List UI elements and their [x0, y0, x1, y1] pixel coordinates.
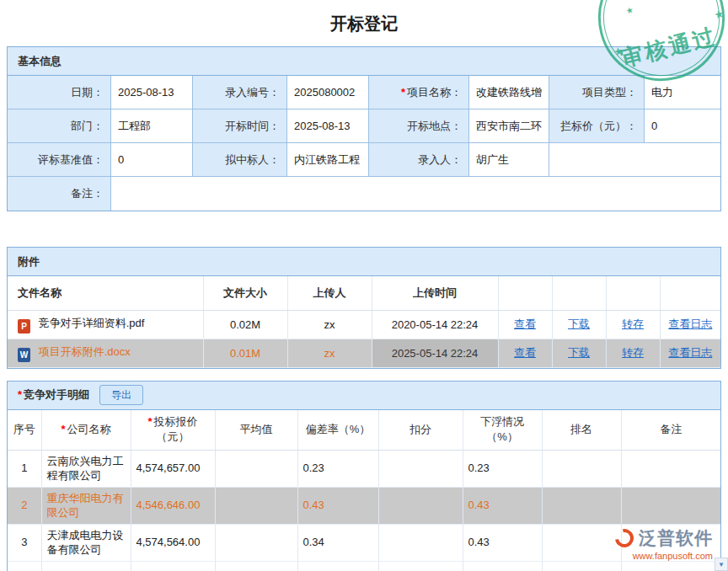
competitor-deviation: 0.43: [297, 488, 378, 525]
competitor-float-down: 0.43: [463, 488, 542, 525]
vendor-brand: 泛普软件: [639, 526, 713, 550]
competitor-remark: [621, 488, 720, 525]
required-asterisk: *: [147, 415, 152, 428]
attachment-file-size: 0.01M: [203, 339, 287, 367]
attachment-file-name[interactable]: 竞争对手详细资料.pdf: [39, 317, 145, 329]
competitor-row-selected[interactable]: 2 重庆华阳电力有限公司 4,546,646.00 0.43 0.43: [8, 488, 720, 525]
proposed-winner-label: 拟中标人：: [192, 143, 286, 177]
competitor-company: 重庆华阳电力有限公司: [41, 488, 131, 525]
view-link[interactable]: 查看: [514, 318, 536, 330]
competitor-average: [215, 488, 297, 525]
view-log-link[interactable]: 查看日志: [668, 318, 712, 330]
col-average: 平均值: [215, 410, 297, 451]
competitor-deduction: [378, 451, 463, 488]
basic-info-header: 基本信息: [8, 47, 720, 76]
view-log-link[interactable]: 查看日志: [668, 346, 712, 359]
attachment-upload-time: 2025-05-14 22:24: [372, 339, 498, 367]
competitor-float-down: 0.23: [463, 451, 542, 488]
competitor-average: [215, 451, 297, 488]
competitor-price: 4,546,646.00: [131, 488, 215, 525]
required-asterisk: *: [401, 86, 405, 99]
competitors-title: *竞争对手明细: [18, 381, 89, 409]
block-price-value: 0: [644, 109, 720, 143]
col-uploader: 上传人: [287, 276, 372, 310]
view-link[interactable]: 查看: [514, 346, 536, 359]
project-type-value: 电力: [644, 76, 720, 109]
eval-base-label: 评标基准值：: [8, 143, 110, 177]
entry-no-value: 2025080002: [286, 76, 368, 109]
vendor-url: www.fanpusoft.com: [615, 551, 713, 561]
col-action-download: [552, 276, 606, 310]
competitors-table: 序号 *公司名称 *投标报价（元） 平均值 偏差率（%） 扣分 下浮情况（%） …: [8, 410, 720, 571]
project-name-label: *项目名称：: [368, 76, 468, 109]
page-title: 开标登记: [0, 0, 728, 46]
competitor-company: 云南欣兴电力工程有限公司: [41, 451, 131, 488]
entry-person-label: 录入人：: [368, 143, 468, 177]
col-rank: 排名: [542, 410, 621, 451]
transfer-link[interactable]: 转存: [622, 318, 644, 330]
attachment-row[interactable]: P 竞争对手详细资料.pdf 0.02M zx 2020-05-14 22:24…: [8, 310, 720, 339]
download-link[interactable]: 下载: [568, 318, 590, 330]
transfer-link[interactable]: 转存: [622, 346, 644, 359]
competitor-seq: 2: [8, 488, 41, 525]
competitor-seq: 3: [8, 525, 41, 562]
col-file-size: 文件大小: [203, 276, 287, 310]
attachments-header: 附件: [8, 248, 720, 276]
col-deviation-rate: 偏差率（%）: [297, 410, 378, 451]
col-company: *公司名称: [41, 410, 131, 451]
competitor-row[interactable]: 1 云南欣兴电力工程有限公司 4,574,657.00 0.23 0.23: [8, 451, 720, 488]
entry-person-value: 胡广生: [468, 143, 549, 177]
entry-no-label: 录入编号：: [192, 76, 286, 109]
scrollbar-down-arrow-icon[interactable]: ▼: [715, 558, 728, 571]
competitor-price: 4,574,564.00: [131, 525, 215, 562]
attachment-file-name[interactable]: 项目开标附件.docx: [39, 345, 131, 358]
competitor-float-down: 0.43: [463, 525, 542, 562]
empty-cell: [549, 143, 720, 177]
competitor-price: 4,574,657.00: [131, 451, 215, 488]
project-type-label: 项目类型：: [549, 76, 644, 109]
block-price-label: 拦标价（元）：: [549, 109, 644, 143]
competitor-company: 天津成电电力设备有限公司: [41, 525, 131, 562]
col-action-log: [660, 276, 720, 310]
competitor-deduction: [378, 488, 463, 525]
competitor-row[interactable]: 3 天津成电电力设备有限公司 4,574,564.00 0.34 0.43: [8, 525, 720, 562]
col-remark: 备注: [621, 410, 720, 451]
required-asterisk: *: [61, 423, 65, 435]
bid-open-time-label: 开标时间：: [192, 109, 286, 143]
competitor-deviation: 0.23: [297, 451, 378, 488]
bid-opening-registration-page: ★ ★ ★ ★ ★ 审核通过 开标登记 基本信息 日期： 2025-08-13 …: [0, 0, 728, 571]
col-file-name: 文件名称: [8, 276, 203, 310]
download-link[interactable]: 下载: [568, 346, 590, 359]
export-button[interactable]: 导出: [99, 385, 143, 405]
attachments-table: 文件名称 文件大小 上传人 上传时间 P 竞争对手详细资料.pdf 0.02: [8, 276, 720, 368]
remark-label: 备注：: [8, 177, 110, 211]
attachments-section: 附件 文件名称 文件大小 上传人 上传时间: [7, 247, 721, 369]
competitor-remark: [621, 451, 720, 488]
competitor-deduction: [378, 525, 463, 562]
attachments-header-row: 文件名称 文件大小 上传人 上传时间: [8, 276, 720, 310]
basic-info-form: 日期： 2025-08-13 录入编号： 2025080002 *项目名称： 改…: [8, 76, 720, 211]
col-bid-price: *投标报价（元）: [131, 410, 215, 451]
col-action-view: [498, 276, 552, 310]
attachment-file-size: 0.02M: [203, 310, 287, 339]
competitor-rank: [542, 525, 621, 562]
fanpu-logo-icon: [612, 526, 638, 552]
competitors-header: *竞争对手明细 导出: [8, 382, 720, 410]
col-float-down: 下浮情况（%）: [463, 410, 542, 451]
vendor-watermark: 泛普软件 www.fanpusoft.com: [615, 526, 713, 561]
department-label: 部门：: [8, 109, 110, 143]
attachment-row-selected[interactable]: W 项目开标附件.docx 0.01M zx 2025-05-14 22:24 …: [8, 339, 720, 367]
basic-info-section: 基本信息 日期： 2025-08-13 录入编号： 2025080002 *项目…: [7, 46, 721, 211]
competitor-rank: [542, 488, 621, 525]
attachment-uploader: zx: [287, 339, 372, 367]
bid-open-place-value: 西安市南二环: [468, 109, 549, 143]
remark-value: [110, 177, 720, 211]
bid-open-place-label: 开标地点：: [368, 109, 468, 143]
pdf-file-icon: P: [18, 319, 30, 334]
date-label: 日期：: [8, 76, 110, 109]
col-upload-time: 上传时间: [372, 276, 498, 310]
date-value: 2025-08-13: [110, 76, 192, 109]
required-asterisk: *: [18, 388, 22, 401]
department-value: 工程部: [110, 109, 192, 143]
competitor-average: [215, 525, 297, 562]
